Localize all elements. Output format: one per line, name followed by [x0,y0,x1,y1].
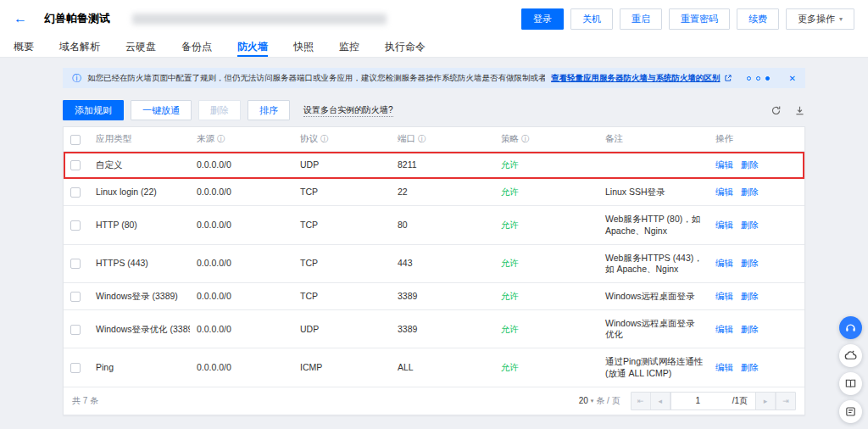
open-all-button[interactable]: 一键放通 [131,100,192,120]
row-checkbox[interactable] [70,363,81,373]
delete-link[interactable]: 删除 [741,159,759,170]
page-total-label: /1页 [725,393,756,410]
tab-item[interactable]: 防火墙 [237,37,268,57]
last-page-icon[interactable]: ⇥ [776,393,795,410]
firewall-info-banner: ⓘ 如您已经在防火墙页面中配置了规则，但仍无法访问服务器端口或业务应用，建议您检… [63,68,805,88]
column-header: 端口ⓘ [391,127,494,152]
carousel-dot-2[interactable] [756,76,760,81]
cell-port: 3389 [391,282,494,309]
banner-carousel-dots [738,76,770,81]
tab-item[interactable]: 概要 [14,37,34,57]
edit-link[interactable]: 编辑 [715,159,733,170]
cell-remark: Windows远程桌面登录优化 [598,310,709,348]
docs-book-icon[interactable] [839,372,862,395]
instance-action-button[interactable]: 关机 [570,8,613,30]
table-row: Windows登录 (3389) 0.0.0.0/0 TCP 3389 允许 W… [64,282,804,309]
info-icon: ⓘ [72,74,81,83]
cell-port: 80 [391,206,494,244]
cell-protocol: TCP [293,206,391,244]
external-link-icon[interactable] [724,74,732,82]
delete-link[interactable]: 删除 [741,258,759,268]
edit-link[interactable]: 编辑 [715,362,733,372]
delete-link[interactable]: 删除 [741,291,759,301]
cell-protocol: UDP [293,310,391,348]
cell-source: 0.0.0.0/0 [190,348,293,387]
more-actions-button[interactable]: 更多操作 ▾ [786,8,854,30]
refresh-icon[interactable] [771,105,782,116]
survey-list-icon[interactable] [839,400,862,423]
cell-app-type: HTTP (80) [89,206,190,244]
column-info-icon[interactable]: ⓘ [521,134,530,143]
cloud-feedback-icon[interactable] [839,344,862,367]
first-page-icon[interactable]: ⇤ [632,393,651,410]
column-info-icon[interactable]: ⓘ [320,134,329,143]
tab-item[interactable]: 云硬盘 [125,37,156,57]
cell-policy: 允许 [494,310,598,348]
row-checkbox[interactable] [70,259,81,269]
row-checkbox[interactable] [70,187,81,198]
instance-action-button[interactable]: 续费 [737,8,779,30]
next-page-icon[interactable]: ▸ [756,393,776,410]
delete-link[interactable]: 删除 [741,362,759,372]
multi-instance-firewall-help[interactable]: 设置多台实例的防火墙? [303,103,393,117]
column-header-label: 备注 [605,133,623,143]
table-row: HTTPS (443) 0.0.0.0/0 TCP 443 允许 Web服务HT… [64,244,804,282]
page-number-input[interactable] [670,393,725,410]
edit-link[interactable]: 编辑 [715,324,733,334]
cell-port: ALL [391,348,494,387]
select-all-checkbox[interactable] [70,135,81,145]
table-body: 自定义 0.0.0.0/0 UDP 8211 允许 编辑删除 Linux log… [64,152,804,387]
delete-link[interactable]: 删除 [741,220,759,230]
edit-link[interactable]: 编辑 [715,258,733,268]
cell-operations: 编辑删除 [709,152,804,179]
carousel-dot-3-active[interactable] [765,76,770,81]
column-header: 协议ⓘ [293,127,391,152]
row-select-cell [64,282,89,309]
add-rule-button[interactable]: 添加规则 [63,100,124,120]
column-info-icon[interactable]: ⓘ [217,134,225,143]
tab-item[interactable]: 域名解析 [59,37,100,57]
page-size-select[interactable]: 20 [579,396,588,405]
back-arrow-icon[interactable]: ← [14,12,27,25]
row-checkbox[interactable] [70,220,81,231]
edit-link[interactable]: 编辑 [715,291,733,301]
tab-item[interactable]: 监控 [339,37,359,57]
instance-action-button[interactable]: 重启 [620,8,662,30]
tab-item[interactable]: 执行命令 [385,37,426,57]
column-info-icon[interactable]: ⓘ [418,134,426,143]
delete-button[interactable]: 删除 [198,100,241,120]
row-checkbox[interactable] [70,292,81,302]
edit-link[interactable]: 编辑 [715,220,733,230]
cell-source: 0.0.0.0/0 [190,152,293,179]
close-icon[interactable]: ✕ [789,74,796,83]
column-header-label: 应用类型 [96,133,131,143]
cell-remark: Linux SSH登录 [598,179,709,206]
prev-page-icon[interactable]: ◂ [651,393,670,410]
tab-item[interactable]: 快照 [293,37,314,57]
support-headset-icon[interactable] [839,316,862,339]
download-icon[interactable] [794,105,805,116]
more-actions-label: 更多操作 [798,13,835,25]
row-checkbox[interactable] [70,160,81,170]
chevron-down-icon: ▾ [839,15,843,23]
banner-link[interactable]: 查看轻量应用服务器防火墙与系统防火墙的区别 [551,73,721,84]
instance-action-button[interactable]: 登录 [521,8,564,30]
carousel-dot-1[interactable] [747,76,751,81]
instance-action-buttons: 登录关机重启重置密码续费 [521,8,779,30]
delete-link[interactable]: 删除 [741,187,759,197]
firewall-rules-table: 应用类型 来源ⓘ 协议ⓘ 端口ⓘ 策略ⓘ 备注 操作 [64,127,804,387]
instance-action-button[interactable]: 重置密码 [669,8,730,30]
firewall-rules-card: 应用类型 来源ⓘ 协议ⓘ 端口ⓘ 策略ⓘ 备注 操作 [63,126,805,415]
top-header: ← 幻兽帕鲁测试 登录关机重启重置密码续费 更多操作 ▾ [0,0,868,37]
edit-link[interactable]: 编辑 [715,187,733,197]
cell-app-type: HTTPS (443) [89,244,190,282]
main-content: ⓘ 如您已经在防火墙页面中配置了规则，但仍无法访问服务器端口或业务应用，建议您检… [0,58,868,415]
column-header-label: 操作 [715,133,733,143]
tab-item[interactable]: 备份点 [181,37,212,57]
row-checkbox[interactable] [70,325,81,335]
delete-link[interactable]: 删除 [741,324,759,334]
sort-button[interactable]: 排序 [248,100,290,120]
column-header-label: 协议 [300,133,318,143]
select-all-cell [64,127,89,152]
cell-operations: 编辑删除 [709,206,804,244]
